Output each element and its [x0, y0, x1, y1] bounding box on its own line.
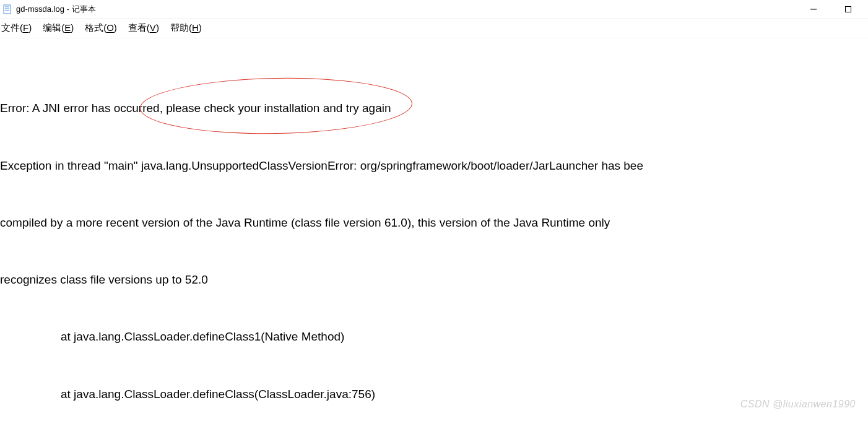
menu-format[interactable]: 格式(O): [84, 21, 118, 35]
window-controls: [805, 3, 868, 15]
window-title: gd-mssda.log - 记事本: [16, 4, 96, 15]
stack-line: at java.lang.ClassLoader.defineClass(Cla…: [0, 385, 868, 404]
watermark: CSDN @liuxianwen1990: [740, 399, 856, 410]
log-line: recognizes class file versions up to 52.…: [0, 271, 868, 290]
svg-rect-5: [846, 6, 851, 12]
log-line: Exception in thread "main" java.lang.Uns…: [0, 157, 868, 176]
window-titlebar: gd-mssda.log - 记事本: [0, 0, 868, 19]
log-line: compiled by a more recent version of the…: [0, 214, 868, 233]
minimize-button[interactable]: [805, 3, 822, 15]
maximize-button[interactable]: [840, 3, 857, 15]
menu-file[interactable]: 文件(F): [0, 21, 33, 35]
stack-line: at java.lang.ClassLoader.defineClass1(Na…: [0, 328, 868, 347]
menu-view[interactable]: 查看(V): [127, 21, 160, 35]
menu-edit[interactable]: 编辑(E): [41, 21, 75, 35]
titlebar-left: gd-mssda.log - 记事本: [2, 4, 96, 15]
menubar: 文件(F) 编辑(E) 格式(O) 查看(V) 帮助(H): [0, 19, 868, 38]
log-line: Error: A JNI error has occurred, please …: [0, 99, 868, 118]
notepad-icon: [2, 4, 12, 14]
menu-help[interactable]: 帮助(H): [169, 21, 203, 35]
svg-rect-0: [4, 5, 11, 14]
text-content-area[interactable]: Error: A JNI error has occurred, please …: [0, 38, 868, 421]
